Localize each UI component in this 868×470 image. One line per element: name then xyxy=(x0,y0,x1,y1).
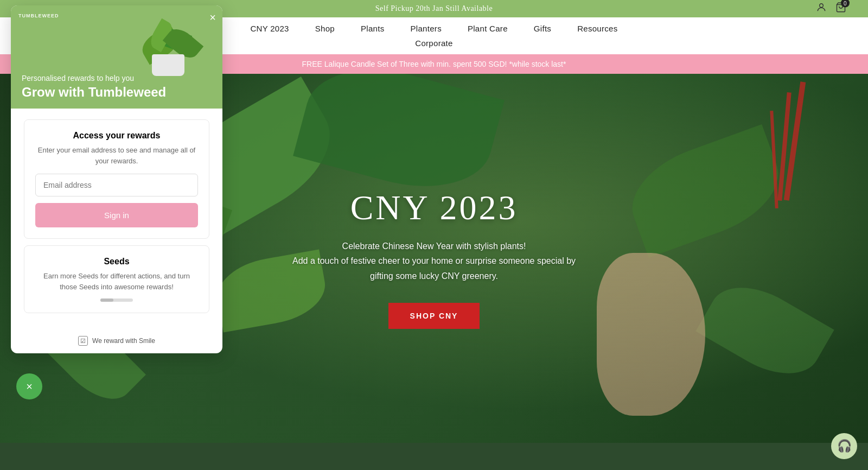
plant-pot xyxy=(152,54,184,76)
nav-link-planters[interactable]: Planters xyxy=(411,24,442,33)
nav-link-plant-care[interactable]: Plant Care xyxy=(468,24,508,33)
nav-link-cny[interactable]: CNY 2023 xyxy=(250,24,289,33)
popup-logo: TUMBLEWEED xyxy=(18,13,59,18)
cart-icon[interactable]: 0 xyxy=(835,2,846,16)
nav-icons: 0 xyxy=(816,2,846,16)
popup-header-text: Personalised rewards to help you Grow wi… xyxy=(22,74,166,100)
nav-link-resources[interactable]: Resources xyxy=(577,24,617,33)
promo-text: FREE Lalique Candle Set of Three with mi… xyxy=(302,60,566,68)
cart-badge: 0 xyxy=(841,0,850,8)
user-icon[interactable] xyxy=(816,2,827,16)
announcement-text: Self Pickup 20th Jan Still Available xyxy=(375,4,493,12)
popup-grow-text: Grow with Tumbleweed xyxy=(22,85,166,100)
smile-icon: ☑ xyxy=(78,336,88,346)
seeds-description: Earn more Seeds for different actions, a… xyxy=(35,271,198,292)
plant-illustration xyxy=(130,5,206,76)
access-rewards-title: Access your rewards xyxy=(35,131,198,141)
reward-footer-text: We reward with Smile xyxy=(92,337,155,345)
support-icon[interactable]: 🎧 xyxy=(831,433,857,459)
popup-footer: ☑ We reward with Smile xyxy=(11,331,222,353)
access-rewards-description: Enter your email address to see and mana… xyxy=(35,145,198,166)
nav-link-corporate[interactable]: Corporate xyxy=(415,39,452,48)
hero-subtitle: Celebrate Chinese New Year with stylish … xyxy=(292,239,576,283)
email-input[interactable] xyxy=(35,174,198,196)
sign-in-button[interactable]: Sign in xyxy=(35,203,198,227)
seeds-title: Seeds xyxy=(35,257,198,266)
rewards-popup: TUMBLEWEED × Personalised rewards to hel… xyxy=(11,5,222,353)
close-popup-bottom-button[interactable]: × xyxy=(16,373,42,399)
popup-body: Access your rewards Enter your email add… xyxy=(11,109,222,331)
nav-link-shop[interactable]: Shop xyxy=(315,24,335,33)
seeds-bar-fill xyxy=(100,298,113,302)
svg-point-0 xyxy=(820,4,824,8)
seeds-progress-bar xyxy=(100,298,133,302)
hero-title: CNY 2023 xyxy=(292,188,576,228)
popup-personalised-text: Personalised rewards to help you xyxy=(22,74,166,82)
nav-link-plants[interactable]: Plants xyxy=(361,24,385,33)
hero-cta-button[interactable]: SHOP CNY xyxy=(388,303,480,329)
popup-header: TUMBLEWEED × Personalised rewards to hel… xyxy=(11,5,222,109)
popup-close-button[interactable]: × xyxy=(209,12,216,23)
nav-link-gifts[interactable]: Gifts xyxy=(534,24,551,33)
seeds-card: Seeds Earn more Seeds for different acti… xyxy=(24,245,209,313)
access-rewards-card: Access your rewards Enter your email add… xyxy=(24,119,209,239)
hero-content: CNY 2023 Celebrate Chinese New Year with… xyxy=(292,188,576,329)
hand-silhouette xyxy=(597,253,705,416)
